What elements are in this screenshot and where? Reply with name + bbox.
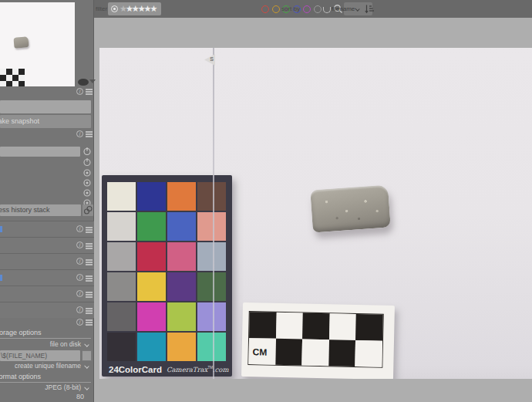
info-icon[interactable] — [76, 258, 83, 265]
color-patch — [167, 212, 196, 241]
checker-cell — [302, 313, 329, 340]
scale-checkerboard: CM — [247, 311, 383, 368]
template-picker-button[interactable] — [82, 350, 92, 361]
module-header[interactable] — [0, 237, 94, 253]
presets-menu-icon[interactable] — [86, 292, 93, 293]
color-label-icon[interactable] — [272, 5, 280, 13]
star-icon[interactable]: ★ — [126, 4, 132, 13]
rock-specimen — [310, 185, 391, 233]
color-label-icon[interactable] — [261, 5, 269, 13]
power-icon[interactable] — [82, 147, 92, 156]
target-icon[interactable] — [82, 178, 92, 187]
top-toolbar: filter ★★★★★★ sort by filename — [94, 0, 532, 18]
info-icon[interactable] — [76, 88, 83, 95]
color-patch — [197, 272, 226, 301]
presets-menu-icon[interactable] — [86, 89, 93, 90]
checker-cell — [275, 339, 302, 366]
take-snapshot-button[interactable]: take snapshot — [0, 115, 91, 128]
module-header[interactable] — [0, 253, 94, 269]
info-icon[interactable] — [76, 130, 83, 137]
checker-cell — [302, 340, 329, 367]
star-rating-icons[interactable]: ★★★★★★ — [120, 2, 156, 15]
presets-menu-icon[interactable] — [86, 275, 93, 277]
color-patch — [137, 182, 166, 211]
filter-label: filter — [96, 5, 107, 12]
module-header[interactable] — [0, 302, 94, 318]
storage-options-header: storage options — [0, 329, 91, 339]
info-icon[interactable] — [76, 306, 83, 313]
color-patch — [167, 302, 196, 331]
main-canvas: S 24ColorCard CameraTraxTM.com CM — [94, 18, 532, 402]
on-conflict-dropdown[interactable]: create unique filename — [0, 362, 92, 371]
color-patch — [107, 333, 136, 361]
hanging-string — [213, 48, 214, 379]
module-label-fragment — [0, 226, 2, 232]
sort-order-icon[interactable] — [365, 4, 375, 14]
color-patch — [167, 333, 196, 361]
color-patch — [137, 242, 166, 271]
checker-cell — [276, 312, 303, 340]
reject-icon[interactable] — [111, 5, 118, 12]
presets-menu-icon[interactable] — [86, 131, 93, 133]
info-icon[interactable] — [76, 225, 83, 232]
info-icon[interactable] — [76, 274, 83, 281]
history-module-header[interactable] — [0, 130, 94, 140]
color-group-icon[interactable] — [323, 7, 331, 13]
color-patch — [167, 182, 196, 211]
info-icon[interactable] — [76, 242, 83, 248]
chevron-down-icon — [84, 385, 89, 390]
format-dropdown[interactable]: JPEG (8-bit) — [0, 383, 92, 393]
target-icon[interactable] — [82, 188, 92, 198]
color-label-icon[interactable] — [303, 5, 311, 13]
chevron-down-icon — [84, 342, 89, 346]
caret-down-icon[interactable] — [89, 79, 96, 83]
photo-view[interactable]: S 24ColorCard CameraTraxTM.com CM — [99, 48, 532, 379]
module-header[interactable] — [0, 285, 94, 302]
color-patch — [197, 302, 226, 331]
snapshot-name-input[interactable] — [0, 100, 91, 113]
checker-cell — [249, 312, 276, 339]
presets-menu-icon[interactable] — [86, 243, 93, 245]
color-patch — [197, 333, 226, 361]
module-header[interactable] — [0, 269, 94, 285]
storage-target-dropdown[interactable]: file on disk — [0, 340, 92, 350]
sort-by-label: sort by — [281, 5, 300, 12]
compress-history-button[interactable]: compress history stack — [0, 204, 81, 216]
info-icon[interactable] — [76, 290, 83, 297]
navigation-thumbnail[interactable] — [0, 2, 75, 86]
presets-menu-icon[interactable] — [86, 308, 93, 309]
snapshots-module-header[interactable] — [0, 87, 94, 98]
module-label-fragment — [0, 275, 2, 281]
color-card-brand: CameraTraxTM.com — [167, 366, 229, 373]
checker-cell: CM — [248, 338, 275, 365]
history-item-selected[interactable] — [0, 147, 80, 157]
checker-cell — [355, 340, 382, 367]
chevron-down-icon — [84, 363, 89, 368]
star-icon[interactable]: ★ — [138, 4, 144, 13]
rating-filter[interactable]: ★★★★★★ — [108, 2, 161, 15]
presets-menu-icon[interactable] — [86, 227, 93, 228]
module-header[interactable] — [0, 221, 94, 237]
color-patch — [197, 212, 226, 241]
color-patch — [137, 272, 166, 301]
color-patch — [137, 212, 166, 241]
color-label-icon[interactable] — [314, 5, 322, 13]
history-item[interactable] — [0, 157, 80, 167]
target-icon[interactable] — [82, 168, 92, 177]
color-card-title: 24ColorCard — [109, 365, 162, 374]
color-patch — [197, 182, 226, 211]
filename-template-input[interactable]: \$(FILE_NAME) — [0, 350, 80, 361]
export-module-header[interactable] — [0, 318, 94, 329]
overexposure-icon[interactable] — [78, 79, 89, 86]
star-icon[interactable]: ★ — [132, 4, 138, 13]
sort-field-dropdown[interactable]: filename — [332, 5, 355, 12]
quality-value[interactable]: 80 — [76, 393, 84, 400]
thumbnail-rock — [13, 36, 29, 49]
power-icon[interactable] — [82, 157, 92, 167]
star-icon[interactable]: ★ — [150, 4, 156, 13]
presets-menu-icon[interactable] — [86, 319, 93, 321]
presets-menu-icon[interactable] — [86, 259, 93, 261]
info-icon[interactable] — [76, 319, 83, 326]
star-icon[interactable]: ★ — [120, 4, 126, 13]
create-style-button[interactable] — [82, 204, 93, 216]
